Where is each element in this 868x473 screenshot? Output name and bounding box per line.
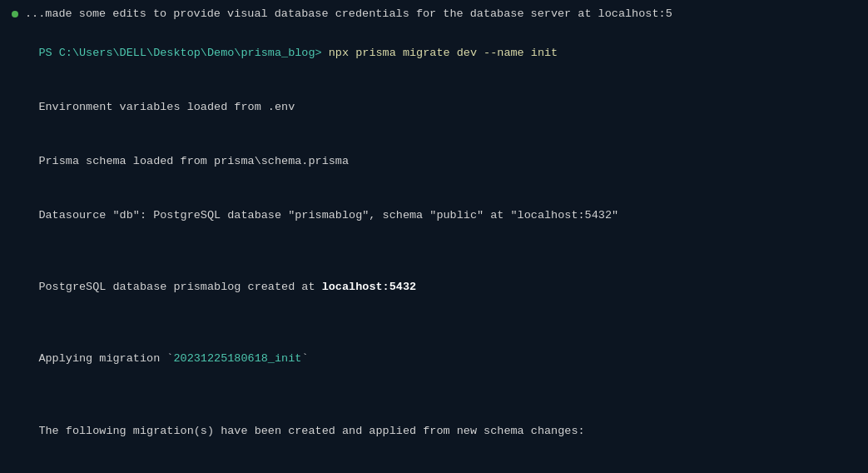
- blank-line-4: [12, 458, 856, 473]
- schema-text: Prisma schema loaded from prisma\schema.…: [38, 155, 349, 167]
- env-line: Environment variables loaded from .env: [12, 80, 856, 134]
- datasource-text: Datasource "db": PostgreSQL database "pr…: [38, 209, 618, 222]
- db-created-host: localhost:5432: [322, 281, 416, 293]
- terminal-window: ...made some edits to provide visual dat…: [0, 0, 868, 473]
- command-text: npx prisma migrate dev --name init: [322, 47, 558, 59]
- blank-line-2: [12, 314, 856, 332]
- schema-line: Prisma schema loaded from prisma\schema.…: [12, 134, 856, 188]
- db-created-line: PostgreSQL database prismablog created a…: [12, 260, 856, 314]
- applying-migration-line: Applying migration `20231225180618_init`: [12, 332, 856, 386]
- migration-name: 20231225180618_init: [173, 352, 301, 365]
- blank-line-1: [12, 242, 856, 261]
- datasource-line: Datasource "db": PostgreSQL database "pr…: [12, 188, 856, 242]
- ps-path: PS C:\Users\DELL\Desktop\Demo\prisma_blo…: [38, 47, 321, 59]
- applying-prefix: Applying migration `: [38, 352, 173, 365]
- prompt-line: PS C:\Users\DELL\Desktop\Demo\prisma_blo…: [12, 27, 856, 81]
- blank-line-3: [12, 386, 856, 404]
- scroll-indicator-line: ...made some edits to provide visual dat…: [12, 5, 856, 23]
- scroll-text: ...made some edits to provide visual dat…: [25, 5, 672, 23]
- applying-suffix: `: [301, 352, 308, 365]
- env-text: Environment variables loaded from .env: [38, 101, 295, 113]
- green-dot-icon: [12, 11, 18, 17]
- db-created-prefix: PostgreSQL database prismablog created a…: [38, 281, 321, 293]
- following-text: The following migration(s) have been cre…: [38, 425, 584, 437]
- following-migration-line: The following migration(s) have been cre…: [12, 404, 856, 458]
